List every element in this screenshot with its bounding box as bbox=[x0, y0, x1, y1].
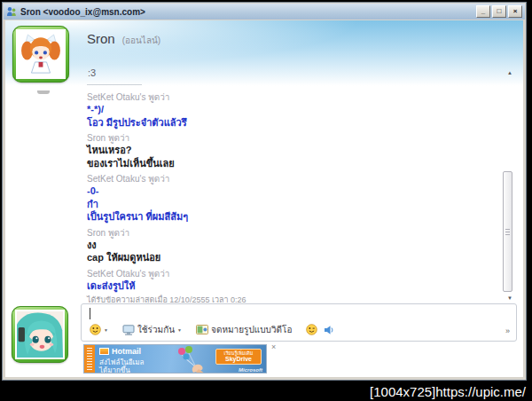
scrollbar-grip bbox=[505, 229, 510, 235]
share-dropdown-icon: ▼ bbox=[177, 327, 182, 333]
composer-toolbar: ▼ ใช้ร่วมกัน ▼ bbox=[88, 322, 336, 337]
microsoft-logo: Microsoft bbox=[239, 367, 262, 373]
watermark-text: [1004x725]https://upic.me/ bbox=[370, 382, 526, 401]
chat-message: งง bbox=[87, 239, 481, 252]
messenger-app-icon bbox=[6, 6, 17, 17]
sender-label: Sron พูดว่า bbox=[87, 227, 481, 239]
chat-message: เดะส่งรูปให้ bbox=[87, 279, 481, 293]
self-avatar-image bbox=[15, 310, 65, 359]
chat-message: โอว มีรูปประจำตัวแล้วรึ bbox=[87, 116, 481, 130]
scroll-up-icon[interactable]: ▲ bbox=[507, 70, 512, 75]
share-button[interactable]: ใช้ร่วมกัน ▼ bbox=[121, 322, 184, 337]
scroll-down-icon[interactable]: ▼ bbox=[507, 295, 512, 301]
emoticon-button[interactable]: ▼ bbox=[88, 323, 110, 336]
skydrive-badge[interactable]: เรียนรู้เพิ่มเติม SkyDrive bbox=[215, 349, 262, 365]
avatar-handle[interactable] bbox=[37, 90, 50, 94]
chat-log: SetKet Otaku's พูดว่า *-*)/ โอว มีรูปประ… bbox=[87, 88, 481, 305]
chat-message: ไหนเหรอ? bbox=[87, 144, 481, 157]
emoticon-dropdown-icon: ▼ bbox=[104, 327, 108, 333]
more-options-button[interactable]: » bbox=[505, 326, 509, 335]
message-input-area: ▼ ใช้ร่วมกัน ▼ bbox=[81, 303, 517, 342]
contact-name: Sron bbox=[87, 31, 115, 46]
scrollbar-thumb[interactable] bbox=[503, 171, 512, 292]
messenger-window: Sron <voodoo_ix@msn.com> _ □ × bbox=[2, 2, 527, 381]
skydrive-badge-line2: SkyDrive bbox=[218, 356, 259, 363]
chat-message: cap ให้ผมดูหน่อย bbox=[87, 251, 481, 264]
maximize-button[interactable]: □ bbox=[492, 5, 506, 18]
ad-brand: Hotmail bbox=[112, 347, 141, 356]
self-avatar[interactable] bbox=[12, 306, 68, 363]
ad-content: Hotmail ส่งไฟล์ในอีเมล ได้มากขึ้น bbox=[95, 345, 266, 373]
chat-message: -0- bbox=[87, 185, 481, 198]
window-body: Sron (ออนไลน์) :3 SetKet Otaku's พูดว่า … bbox=[5, 20, 523, 377]
balloons-illustration bbox=[171, 346, 212, 373]
chat-message: กำ bbox=[87, 198, 481, 211]
message-input[interactable] bbox=[92, 306, 473, 321]
sender-label: SetKet Otaku's พูดว่า bbox=[87, 268, 481, 279]
wink-button[interactable] bbox=[304, 323, 319, 336]
speaker-icon bbox=[324, 325, 334, 335]
voice-clip-button[interactable] bbox=[322, 324, 336, 336]
header-divider bbox=[87, 84, 142, 85]
video-mail-button[interactable]: จดหมายรูปแบบวิดีโอ bbox=[194, 322, 293, 337]
header-sky-gradient bbox=[5, 20, 523, 91]
ad-banner[interactable]: Hotmail ส่งไฟล์ในอีเมล ได้มากขึ้น bbox=[83, 344, 267, 373]
contact-avatar[interactable] bbox=[12, 26, 69, 83]
sender-label: SetKet Otaku's พูดว่า bbox=[87, 91, 481, 103]
contact-avatar-image bbox=[16, 29, 66, 79]
hotmail-envelope-icon bbox=[99, 348, 109, 355]
sender-label: SetKet Otaku's พูดว่า bbox=[87, 173, 481, 185]
minimize-button[interactable]: _ bbox=[476, 5, 490, 18]
personal-message: :3 bbox=[88, 67, 96, 78]
smiley-icon bbox=[90, 324, 101, 335]
text-caret bbox=[90, 308, 90, 319]
wink-icon bbox=[306, 324, 317, 335]
ad-side-strip bbox=[84, 345, 95, 373]
video-mail-icon bbox=[196, 325, 208, 334]
share-label: ใช้ร่วมกัน bbox=[137, 323, 175, 336]
close-button[interactable]: × bbox=[508, 5, 522, 18]
ad-headline-line2: ได้มากขึ้น bbox=[99, 365, 130, 373]
watermark-bar: [1004x725]https://upic.me/ bbox=[0, 382, 532, 401]
presence-status: (ออนไลน์) bbox=[122, 34, 161, 47]
chat-message: *-*)/ bbox=[87, 103, 481, 116]
chat-message: ของเราไม่เห็นขึ้นเลย bbox=[87, 157, 481, 170]
title-bar: Sron <voodoo_ix@msn.com> _ □ × bbox=[4, 4, 525, 20]
window-title: Sron <voodoo_ix@msn.com> bbox=[20, 7, 145, 17]
ad-close-icon[interactable]: × bbox=[271, 342, 276, 351]
video-mail-label: จดหมายรูปแบบวิดีโอ bbox=[211, 323, 292, 336]
screenshot-root: Sron <voodoo_ix@msn.com> _ □ × bbox=[0, 0, 532, 401]
sender-label: Sron พูดว่า bbox=[87, 132, 481, 144]
monitor-icon bbox=[122, 325, 135, 335]
chat-message: เป็นรูปใครนา ที่ผมสีส้มๆ bbox=[87, 210, 481, 224]
